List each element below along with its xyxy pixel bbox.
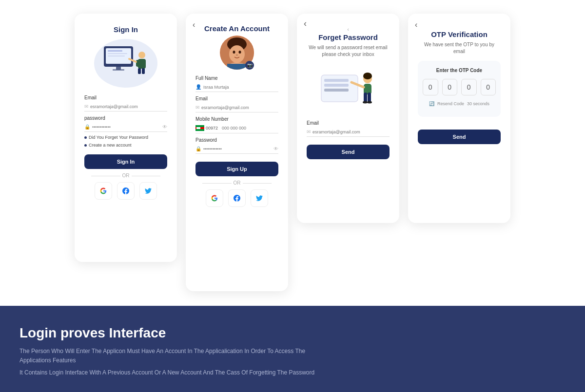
forget-send-button[interactable]: Send xyxy=(307,145,390,159)
svg-point-35 xyxy=(363,101,368,104)
otp-title: OTP Verification xyxy=(418,30,501,38)
svg-point-36 xyxy=(367,101,372,104)
signup-password-input[interactable] xyxy=(203,147,272,151)
mobile-input[interactable] xyxy=(222,126,278,131)
email-icon: ✉ xyxy=(84,104,88,109)
svg-rect-29 xyxy=(324,89,349,92)
svg-rect-27 xyxy=(324,79,349,82)
otp-send-button[interactable]: Send xyxy=(418,130,501,144)
email-field-row: ✉ xyxy=(84,102,167,112)
facebook-button[interactable] xyxy=(117,182,135,200)
create-hint: Create a new account xyxy=(84,143,167,148)
mobile-field-row: 00972 xyxy=(195,123,278,133)
otp-back-arrow[interactable]: ‹ xyxy=(415,20,417,29)
mobile-label: Mobile Number xyxy=(195,116,278,122)
password-input[interactable] xyxy=(92,125,160,130)
signup-email-input[interactable] xyxy=(201,105,278,110)
forget-illustration xyxy=(307,63,390,116)
forget-email-icon: ✉ xyxy=(307,129,311,134)
google-button[interactable] xyxy=(95,182,112,200)
signup-back-arrow[interactable]: ‹ xyxy=(193,20,195,29)
svg-rect-28 xyxy=(324,84,349,87)
signup-email-icon: ✉ xyxy=(195,105,199,110)
email-label: Email xyxy=(84,95,167,100)
signup-or-divider: OR xyxy=(195,180,278,186)
svg-point-19 xyxy=(236,55,238,56)
country-code: 00972 xyxy=(206,126,218,131)
forgot-text[interactable]: Did You Forget Your Password xyxy=(89,135,148,140)
resend-label[interactable]: Resend Code xyxy=(437,101,464,106)
hint-dot-2 xyxy=(84,144,87,147)
svg-rect-25 xyxy=(196,127,200,129)
signup-email-row: ✉ xyxy=(195,103,278,112)
forget-subtitle: We will send a password reset email plea… xyxy=(307,44,390,58)
otp-boxes: 0 0 0 0 xyxy=(423,79,496,95)
signin-title: Sign In xyxy=(84,25,167,34)
otp-subtitle: We have sent the OTP to you by email xyxy=(418,41,501,55)
signup-password-row: 🔒 👁 xyxy=(195,144,278,154)
signup-lock-icon: 🔒 xyxy=(195,146,201,151)
email-input[interactable] xyxy=(90,104,167,109)
signin-illus-bg xyxy=(94,39,157,88)
password-label: password xyxy=(84,115,167,121)
signup-email-label: Email xyxy=(195,96,278,101)
svg-rect-3 xyxy=(108,53,127,54)
signup-google-button[interactable] xyxy=(206,189,223,207)
footer-section: Login proves Interface The Person Who Wi… xyxy=(0,306,585,392)
svg-rect-10 xyxy=(141,60,145,67)
forget-svg xyxy=(316,65,380,114)
signup-social-buttons xyxy=(195,189,278,207)
twitter-button[interactable] xyxy=(139,182,157,200)
svg-rect-12 xyxy=(142,68,145,74)
signup-eye-icon[interactable]: 👁 xyxy=(273,146,278,151)
social-buttons xyxy=(84,182,167,200)
svg-point-16 xyxy=(229,45,245,63)
signup-twitter-button[interactable] xyxy=(251,189,268,207)
otp-digit-2[interactable]: 0 xyxy=(442,79,458,95)
signin-illustration xyxy=(84,37,167,90)
svg-rect-2 xyxy=(108,50,122,52)
signup-facebook-button[interactable] xyxy=(228,189,246,207)
svg-rect-21 xyxy=(227,64,247,70)
phone-flag: 00972 xyxy=(195,125,218,131)
forget-back-arrow[interactable]: ‹ xyxy=(304,19,307,29)
signin-card: Sign In xyxy=(75,14,177,262)
footer-title: Login proves Interface xyxy=(20,325,566,341)
otp-digit-3[interactable]: 0 xyxy=(461,79,477,95)
fullname-label: Full Name xyxy=(195,75,278,81)
resend-icon: 🔄 xyxy=(429,101,434,106)
forget-email-input[interactable] xyxy=(312,130,390,134)
signup-card: ‹ Create An Account xyxy=(186,14,288,291)
resend-row: 🔄 Resend Code 30 seconds xyxy=(423,101,496,106)
otp-digit-4[interactable]: 0 xyxy=(481,79,496,95)
signin-button[interactable]: Sign In xyxy=(84,154,167,169)
footer-desc2: It Contains Login Interface With A Previ… xyxy=(20,368,332,377)
hint-dot-1 xyxy=(84,136,87,139)
svg-point-18 xyxy=(239,51,241,54)
create-text[interactable]: Create a new account xyxy=(89,143,132,148)
svg-rect-33 xyxy=(364,93,367,102)
forget-email-label: Email xyxy=(307,120,390,126)
svg-rect-23 xyxy=(195,125,204,127)
otp-digit-1[interactable]: 0 xyxy=(423,79,438,95)
signin-svg xyxy=(94,41,157,85)
forget-email-row: ✉ xyxy=(307,127,390,137)
svg-point-7 xyxy=(138,52,145,58)
eye-icon[interactable]: 👁 xyxy=(162,124,167,130)
signup-password-label: Password xyxy=(195,137,278,143)
signup-title: Create An Account xyxy=(195,24,278,33)
otp-container: Enter the OTP Code 0 0 0 0 🔄 Resend Code… xyxy=(418,61,501,117)
fullname-input[interactable] xyxy=(203,85,278,90)
person-icon: 👤 xyxy=(195,84,201,90)
svg-rect-9 xyxy=(136,60,140,67)
camera-icon[interactable]: 📷 xyxy=(245,61,254,70)
avatar-container: 📷 xyxy=(195,36,278,70)
otp-card: ‹ OTP Verification We have sent the OTP … xyxy=(408,14,510,223)
password-field-row: 🔒 👁 xyxy=(84,122,167,132)
lock-icon: 🔒 xyxy=(84,124,90,130)
signup-button[interactable]: Sign Up xyxy=(195,162,278,176)
svg-rect-4 xyxy=(108,56,125,56)
fullname-field-row: 👤 xyxy=(195,82,278,92)
svg-rect-6 xyxy=(113,69,124,71)
forget-title: Forget Password xyxy=(307,33,390,41)
